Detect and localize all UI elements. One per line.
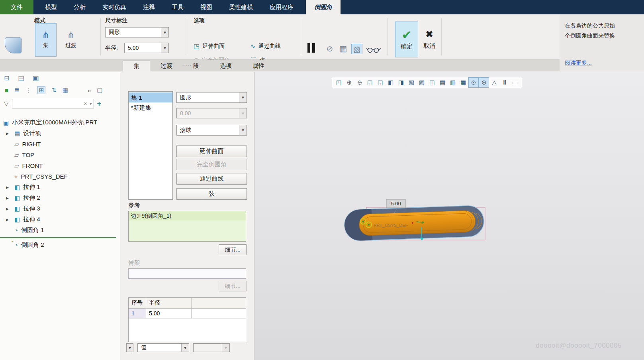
tree-item-extrude-2[interactable]: ▶ ◧ 拉伸 2 bbox=[0, 193, 120, 203]
datum-display-icon[interactable]: ▥ bbox=[448, 77, 458, 88]
menu-tab-tools[interactable]: 工具 bbox=[163, 0, 192, 14]
grid-view-icon[interactable]: ⊞ bbox=[37, 86, 46, 94]
attached-preview-icon[interactable]: ▧ bbox=[351, 44, 362, 54]
set-item-1[interactable]: 集 1 bbox=[129, 92, 172, 102]
spine-collector-field[interactable] bbox=[128, 268, 246, 279]
tree-item-right-plane[interactable]: ▱ RIGHT bbox=[0, 139, 120, 150]
tab-properties[interactable]: 属性 bbox=[242, 61, 275, 71]
favorites-icon[interactable]: ▣ bbox=[33, 74, 39, 82]
model-tree-icon[interactable]: ⊟ bbox=[4, 74, 9, 82]
radius-dimension-label[interactable]: 5.00 bbox=[391, 201, 401, 207]
annotation-display-icon[interactable]: ▦ bbox=[458, 77, 468, 88]
radius-type-select[interactable]: 值 ▾ bbox=[137, 343, 189, 352]
filter-funnel-icon[interactable]: ▽ bbox=[4, 100, 9, 107]
round-shape-select[interactable]: 圆形 ▾ bbox=[105, 27, 169, 37]
extend-surfaces-option[interactable]: ◳ 延伸曲面 bbox=[194, 42, 225, 50]
tree-item-part-root[interactable]: ▣ 小米充电宝10000MAH外壳.PRT bbox=[0, 117, 120, 128]
sort-icon[interactable]: ⇅ bbox=[51, 87, 57, 94]
tree-item-extrude-3[interactable]: ▶ ◧ 拉伸 3 bbox=[0, 203, 120, 214]
menu-tab-live-sim[interactable]: 实时仿真 bbox=[94, 0, 135, 14]
model-3d-view[interactable]: 5.00 PRT_CSYS_DEF bbox=[335, 199, 510, 250]
tab-options[interactable]: 选项 bbox=[209, 61, 242, 71]
through-curve-option[interactable]: ∿ 通过曲线 bbox=[250, 42, 280, 50]
radius-table[interactable]: 序号 半径 1 5.00 bbox=[128, 297, 246, 342]
columns-icon[interactable]: ▦ bbox=[63, 87, 68, 94]
chevron-down-icon[interactable]: ▾ bbox=[161, 28, 168, 37]
chevron-down-icon[interactable]: ▾ bbox=[90, 101, 92, 106]
tree-item-front-plane[interactable]: ▱ FRONT bbox=[0, 160, 120, 171]
expand-arrow-icon[interactable]: ▶ bbox=[6, 196, 9, 200]
tree-settings-icon[interactable]: ▢ bbox=[97, 87, 102, 94]
tree-item-round-1[interactable]: ◔ 倒圆角 1 bbox=[0, 225, 120, 236]
section-view-icon[interactable]: ◨ bbox=[396, 77, 406, 88]
pause-icon[interactable]: ‖ bbox=[499, 77, 510, 88]
zoom-box-icon[interactable]: ◰ bbox=[334, 77, 344, 88]
ok-button[interactable]: ✔ 确定 bbox=[395, 22, 418, 57]
powerbank-shell-model[interactable] bbox=[344, 205, 485, 244]
detail-view-icon[interactable]: ⋮ bbox=[25, 87, 31, 94]
section-shape-select[interactable]: 圆形 ▾ bbox=[176, 92, 247, 103]
chevron-down-icon[interactable]: ▾ bbox=[239, 125, 247, 135]
tree-item-extrude-1[interactable]: ▶ ◧ 拉伸 1 bbox=[0, 182, 120, 193]
chevron-down-icon[interactable]: ▾ bbox=[161, 43, 168, 53]
transitions-mode-button[interactable]: ⋔ 过渡 bbox=[58, 23, 84, 57]
3d-dragger-icon[interactable]: ⊛ bbox=[479, 77, 489, 88]
spin-center-icon[interactable]: ⊙ bbox=[468, 77, 479, 88]
chevron-down-icon[interactable]: ▾ bbox=[181, 344, 189, 352]
pause-icon[interactable] bbox=[307, 43, 315, 53]
no-preview-icon[interactable]: ⊘ bbox=[324, 44, 335, 53]
menu-tab-applications[interactable]: 应用程序 bbox=[261, 0, 302, 14]
active-model-icon[interactable]: ■ bbox=[5, 87, 8, 94]
chord-button[interactable]: 弦 bbox=[176, 188, 247, 200]
menu-tab-file[interactable]: 文件 bbox=[0, 0, 33, 14]
scene-icon[interactable]: ▨ bbox=[417, 77, 427, 88]
menu-tab-model[interactable]: 模型 bbox=[37, 0, 65, 14]
menu-tab-view[interactable]: 视图 bbox=[192, 0, 221, 14]
appearance-icon[interactable]: ▧ bbox=[406, 77, 417, 88]
round-sets-list[interactable]: 集 1 *新建集 bbox=[128, 91, 173, 200]
refit-icon[interactable]: ◱ bbox=[365, 77, 375, 88]
radius-cell[interactable]: 5.00 bbox=[146, 309, 192, 318]
expand-arrow-icon[interactable]: ▶ bbox=[6, 185, 9, 189]
repaint-icon[interactable]: ◲ bbox=[375, 77, 386, 88]
sets-mode-button[interactable]: ⋔ 集 bbox=[35, 23, 57, 57]
reference-details-button[interactable]: 细节... bbox=[219, 244, 247, 255]
list-view-icon[interactable]: ≣ bbox=[14, 87, 20, 94]
cancel-button[interactable]: ✖ 取消 bbox=[419, 22, 440, 57]
warning-icon[interactable]: △ bbox=[489, 77, 499, 88]
panel-drag-handle[interactable]: ···· bbox=[183, 62, 192, 68]
menu-tab-annotate[interactable]: 注释 bbox=[135, 0, 163, 14]
expand-arrow-icon[interactable]: ▶ bbox=[6, 132, 9, 136]
references-list[interactable]: 边:F9(倒圆角_1) bbox=[128, 211, 246, 242]
tab-transitions[interactable]: 过渡 bbox=[150, 61, 183, 71]
radius-table-row[interactable]: 1 5.00 bbox=[129, 309, 246, 319]
add-filter-icon[interactable]: + bbox=[97, 100, 102, 108]
read-more-link[interactable]: 阅读更多... bbox=[565, 58, 592, 68]
radius-combo[interactable]: 5.00 ▾ bbox=[124, 43, 169, 53]
tree-item-round-2-in-progress[interactable]: * ◔ 倒圆角 2 bbox=[0, 240, 120, 250]
insert-here-locator[interactable] bbox=[0, 236, 120, 240]
menu-tab-flex-modeling[interactable]: 柔性建模 bbox=[221, 0, 261, 14]
tab-sets[interactable]: 集 bbox=[123, 61, 150, 71]
zoom-in-icon[interactable]: ⊕ bbox=[344, 77, 354, 88]
feature-preview-icon[interactable]: ▦ bbox=[338, 44, 349, 53]
glasses-preview-icon[interactable] bbox=[366, 46, 381, 55]
sketch-display-icon[interactable]: ▤ bbox=[437, 77, 448, 88]
tree-item-extrude-4[interactable]: ▶ ◧ 拉伸 4 bbox=[0, 214, 120, 225]
chevron-down-icon[interactable]: ▾ bbox=[239, 92, 247, 102]
expand-arrow-icon[interactable]: ▶ bbox=[6, 218, 9, 222]
through-curve-button[interactable]: 通过曲线 bbox=[176, 173, 247, 185]
view-manager-icon[interactable]: ◫ bbox=[427, 77, 437, 88]
tree-filter-input[interactable]: ✕ ▾ bbox=[12, 99, 94, 108]
tree-item-design-items[interactable]: ▶ ▤ 设计项 bbox=[0, 128, 120, 139]
creation-method-select[interactable]: 滚球 ▾ bbox=[176, 125, 247, 136]
menu-tab-analysis[interactable]: 分析 bbox=[65, 0, 94, 14]
folder-browser-icon[interactable]: ▤ bbox=[18, 74, 24, 82]
tree-item-csys[interactable]: ⌖ PRT_CSYS_DEF bbox=[0, 171, 120, 182]
extend-surfaces-button[interactable]: 延伸曲面 bbox=[176, 146, 247, 157]
tree-item-top-plane[interactable]: ▱ TOP bbox=[0, 150, 120, 160]
display-style-icon[interactable]: ◧ bbox=[386, 77, 396, 88]
reference-edge-item[interactable]: 边:F9(倒圆角_1) bbox=[129, 211, 246, 220]
set-item-new[interactable]: *新建集 bbox=[129, 102, 172, 112]
overflow-icon[interactable]: » bbox=[88, 87, 91, 94]
